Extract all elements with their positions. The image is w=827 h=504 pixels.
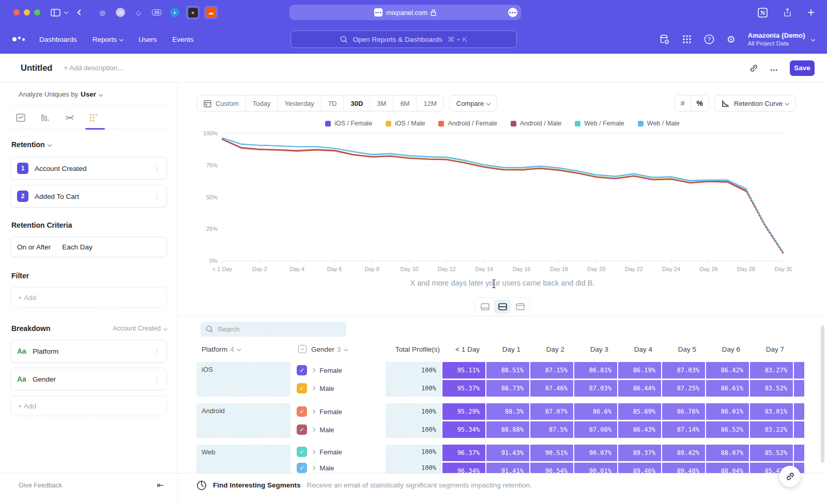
report-title[interactable]: Untitled xyxy=(21,63,52,73)
day-column-header[interactable]: Day 1 xyxy=(490,345,533,353)
row-checkbox[interactable]: ✓ xyxy=(297,365,307,375)
tab-flows[interactable] xyxy=(64,113,74,123)
expand-row-icon[interactable] xyxy=(311,428,315,432)
expand-row-icon[interactable] xyxy=(311,466,315,470)
nav-item-users[interactable]: Users xyxy=(139,36,157,43)
give-feedback-link[interactable]: Give Feedback xyxy=(19,482,62,489)
m-extension-icon[interactable]: m xyxy=(114,6,127,19)
traffic-lights[interactable] xyxy=(13,9,44,15)
site-options-icon[interactable]: ••• xyxy=(508,8,517,17)
mixpanel-logo[interactable] xyxy=(12,37,25,42)
nav-item-reports[interactable]: Reports xyxy=(93,36,123,43)
day-column-header[interactable]: Day 7 xyxy=(754,345,797,353)
retention-section-title[interactable]: Retention xyxy=(11,140,45,149)
chevron-down-icon[interactable] xyxy=(65,10,68,14)
soundcloud-icon[interactable]: ☁ xyxy=(204,6,218,19)
legend-item[interactable]: Android / Female xyxy=(438,120,497,127)
kebab-menu-icon[interactable]: ⋮ xyxy=(154,165,160,172)
share-icon[interactable] xyxy=(783,8,792,18)
nav-item-dashboards[interactable]: Dashboards xyxy=(39,36,77,43)
day-column-header[interactable]: Day 2 xyxy=(534,345,577,353)
legend-item[interactable]: iOS / Male xyxy=(386,120,425,127)
legend-item[interactable]: Web / Female xyxy=(575,120,624,127)
row-checkbox[interactable]: ✓ xyxy=(297,424,307,435)
day-column-header[interactable]: < 1 Day xyxy=(446,345,489,353)
back-icon[interactable] xyxy=(78,10,82,14)
vertical-scrollbar[interactable] xyxy=(821,325,824,463)
expand-row-icon[interactable] xyxy=(311,450,315,454)
range-button-30d[interactable]: 30D xyxy=(344,96,370,111)
split-layout-button[interactable] xyxy=(494,300,511,314)
percent-toggle-button[interactable]: % xyxy=(691,96,709,111)
row-checkbox[interactable]: ✓ xyxy=(297,406,307,417)
address-bar[interactable]: mixpanel.com ••• xyxy=(289,5,521,20)
nav-item-events[interactable]: Events xyxy=(172,36,193,43)
apps-grid-icon[interactable] xyxy=(682,35,692,44)
legend-item[interactable]: iOS / Female xyxy=(325,120,372,127)
breakdown-scope-dropdown[interactable]: Account Created xyxy=(113,325,167,332)
tab-insights[interactable] xyxy=(16,113,26,123)
retention-step-card[interactable]: 1Account Created⋮ xyxy=(10,157,167,180)
data-management-icon[interactable] xyxy=(659,34,670,45)
count-toggle-button[interactable]: # xyxy=(675,96,691,111)
day-column-header[interactable]: Day 4 xyxy=(622,345,665,353)
browser-sidebar-icon[interactable] xyxy=(51,9,60,17)
cube-icon[interactable]: ◇ xyxy=(132,6,145,19)
copy-link-icon[interactable] xyxy=(749,64,758,73)
settings-gear-icon[interactable]: ⚙ xyxy=(727,34,736,45)
share-link-fab[interactable] xyxy=(779,466,801,487)
row-checkbox[interactable]: ✓ xyxy=(297,383,307,393)
retention-criteria-card[interactable]: On or After Each Day xyxy=(10,237,167,257)
range-button-12m[interactable]: 12M xyxy=(417,96,443,111)
breakdown-card-platform[interactable]: AaPlatform⋮ xyxy=(10,340,167,363)
minimize-window-icon[interactable] xyxy=(24,9,30,15)
row-checkbox[interactable]: ✓ xyxy=(297,447,307,457)
chart-type-dropdown[interactable]: Retention Curve xyxy=(714,95,796,112)
select-all-checkbox[interactable]: − xyxy=(298,345,307,353)
day-column-header[interactable]: Day 3 xyxy=(578,345,621,353)
range-button-7d[interactable]: 7D xyxy=(321,96,344,111)
project-switcher[interactable]: Amazonia {Demo} All Project Data xyxy=(748,32,815,48)
row-checkbox[interactable]: ✓ xyxy=(297,463,307,473)
gender-column-header[interactable]: − Gender3 xyxy=(298,345,388,353)
close-window-icon[interactable] xyxy=(13,9,20,15)
kebab-menu-icon[interactable]: ⋮ xyxy=(154,375,160,383)
retention-step-card[interactable]: 2Added To Cart⋮ xyxy=(10,185,167,208)
js-icon[interactable]: JS xyxy=(150,6,163,19)
legend-item[interactable]: Android / Male xyxy=(511,120,562,127)
save-button[interactable]: Save xyxy=(790,60,815,76)
filter-add-button[interactable]: + Add xyxy=(10,287,167,308)
expand-row-icon[interactable] xyxy=(311,386,315,390)
help-icon[interactable]: ? xyxy=(704,34,714,44)
collapse-sidebar-icon[interactable]: ⇤ xyxy=(157,480,164,490)
new-tab-icon[interactable]: + xyxy=(807,5,815,20)
kebab-menu-icon[interactable]: ⋮ xyxy=(154,348,160,355)
analyze-value-dropdown[interactable]: User xyxy=(81,90,96,98)
global-search-input[interactable]: Open Reports & Dashboards ⌘ + K xyxy=(290,30,517,48)
patreon-icon[interactable]: ● xyxy=(186,6,200,19)
more-options-icon[interactable]: … xyxy=(770,64,778,73)
tab-retention[interactable] xyxy=(88,113,99,123)
table-only-layout-button[interactable] xyxy=(512,300,528,314)
criteria-each-day[interactable]: Each Day xyxy=(62,243,93,251)
report-description-placeholder[interactable]: + Add description... xyxy=(64,64,123,72)
range-button-yesterday[interactable]: Yesterday xyxy=(278,96,321,111)
criteria-on-or-after[interactable]: On or After xyxy=(17,243,51,251)
kebab-menu-icon[interactable]: ⋮ xyxy=(154,193,160,200)
range-button-3m[interactable]: 3M xyxy=(370,96,393,111)
expand-row-icon[interactable] xyxy=(311,410,315,414)
legend-item[interactable]: Web / Male xyxy=(638,120,680,127)
day-column-header[interactable]: Day 6 xyxy=(710,345,753,353)
range-button-today[interactable]: Today xyxy=(246,96,278,111)
compare-button[interactable]: Compare xyxy=(449,95,497,112)
breakdown-card-gender[interactable]: AaGender⋮ xyxy=(10,368,167,390)
onepassword-icon[interactable]: ◎ xyxy=(96,6,109,19)
range-button-6m[interactable]: 6M xyxy=(393,96,417,111)
total-column-header[interactable]: Total Profile(s) xyxy=(388,345,445,353)
bird-icon[interactable]: ◗ xyxy=(168,6,181,19)
breakdown-add-button[interactable]: + Add xyxy=(10,396,167,416)
retention-chart[interactable]: 0%25%50%75%100%< 1 DayDay 2Day 4Day 6Day… xyxy=(196,129,792,278)
range-button-custom[interactable]: Custom xyxy=(197,96,246,111)
table-search-input[interactable]: Search xyxy=(201,322,346,337)
maximize-window-icon[interactable] xyxy=(34,9,40,15)
